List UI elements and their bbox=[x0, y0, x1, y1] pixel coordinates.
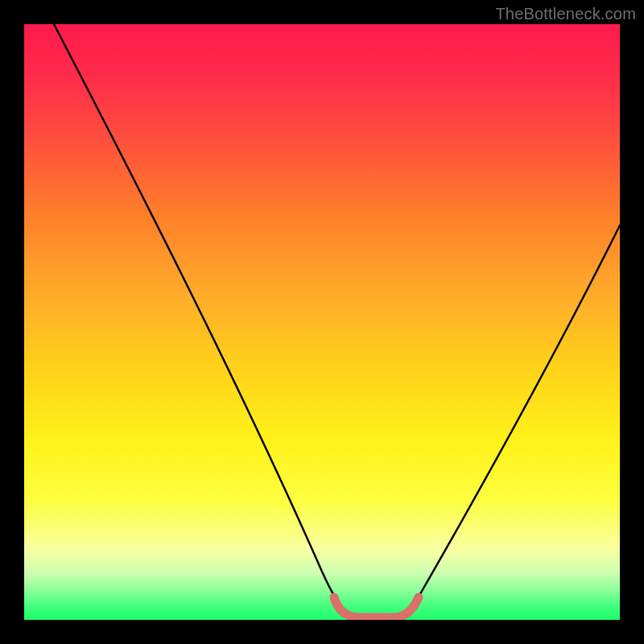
curve-svg bbox=[24, 24, 620, 620]
plot-area bbox=[24, 24, 620, 620]
bottleneck-curve bbox=[54, 24, 620, 618]
watermark-text: TheBottleneck.com bbox=[495, 5, 636, 23]
chart-frame: TheBottleneck.com bbox=[0, 0, 644, 644]
optimal-band-marker bbox=[334, 597, 419, 617]
